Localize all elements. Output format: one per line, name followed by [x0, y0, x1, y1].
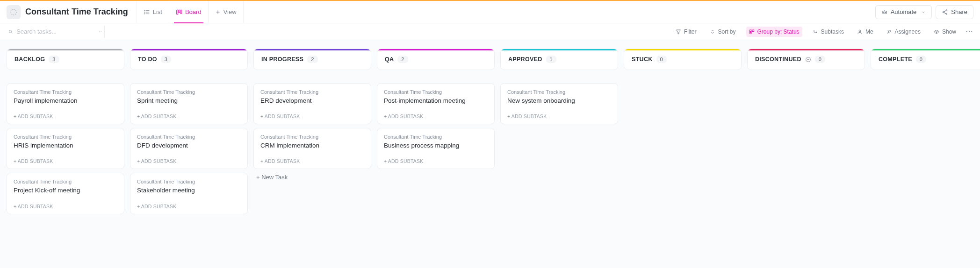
svg-point-4: [144, 10, 144, 10]
task-card[interactable]: Consultant Time TrackingNew system onboa…: [500, 83, 618, 124]
svg-point-27: [859, 30, 861, 32]
column-title: COMPLETE: [879, 56, 912, 63]
tab-board[interactable]: Board: [169, 1, 208, 23]
subtasks-control[interactable]: Subtasks: [810, 27, 847, 37]
me-control[interactable]: Me: [854, 27, 876, 37]
svg-point-29: [890, 30, 891, 32]
groupby-control[interactable]: Group by: Status: [746, 27, 802, 37]
view-tabs: List Board View: [137, 1, 244, 23]
column-header[interactable]: COMPLETE0: [871, 49, 980, 70]
column-count: 2: [307, 56, 317, 63]
svg-line-22: [11, 32, 12, 33]
column-header[interactable]: IN PROGRESS2: [253, 49, 371, 70]
svg-point-14: [885, 12, 886, 13]
new-task-button[interactable]: + New Task: [253, 169, 371, 185]
column-title: DISCONTINUED: [755, 56, 801, 63]
robot-icon: [881, 9, 888, 15]
subtasks-icon: [813, 29, 818, 35]
task-card[interactable]: Consultant Time TrackingHRIS implementat…: [7, 128, 124, 169]
add-subtask-button[interactable]: + ADD SUBTASK: [260, 158, 364, 164]
column-header[interactable]: TO DO3: [130, 49, 248, 70]
add-subtask-button[interactable]: + ADD SUBTASK: [137, 113, 241, 119]
column-header[interactable]: STUCK0: [624, 49, 742, 70]
page-title: Consultant Time Tracking: [25, 7, 128, 17]
sort-icon: [710, 29, 715, 35]
card-title: Business process mapping: [384, 141, 488, 150]
column-header[interactable]: APPROVED1: [500, 49, 618, 70]
card-project-label: Consultant Time Tracking: [384, 134, 488, 140]
cards-list: Consultant Time TrackingSprint meeting+ …: [130, 83, 248, 214]
search-icon: [8, 28, 13, 35]
add-subtask-button[interactable]: + ADD SUBTASK: [137, 204, 241, 209]
svg-point-5: [144, 12, 144, 12]
card-title: Stakeholder meeting: [137, 186, 241, 195]
list-icon-box: [7, 5, 21, 19]
column-accent: [624, 49, 741, 50]
add-subtask-button[interactable]: + ADD SUBTASK: [507, 113, 611, 119]
add-subtask-button[interactable]: + ADD SUBTASK: [137, 158, 241, 164]
tab-add-label: View: [223, 8, 237, 15]
sortby-control[interactable]: Sort by: [707, 27, 739, 37]
svg-line-19: [944, 10, 946, 12]
svg-point-0: [11, 9, 16, 15]
column-stuck: STUCK0: [624, 49, 742, 83]
column-accent: [748, 49, 865, 50]
list-view-icon: [144, 9, 150, 15]
add-subtask-button[interactable]: + ADD SUBTASK: [14, 113, 117, 119]
card-project-label: Consultant Time Tracking: [137, 179, 241, 184]
svg-rect-7: [177, 10, 178, 14]
task-card[interactable]: Consultant Time TrackingSprint meeting+ …: [130, 83, 248, 124]
task-card[interactable]: Consultant Time TrackingCRM implementati…: [253, 128, 371, 169]
assignees-control[interactable]: Assignees: [884, 27, 923, 37]
task-card[interactable]: Consultant Time TrackingProject Kick-off…: [7, 173, 124, 214]
column-header[interactable]: BACKLOG3: [7, 49, 124, 70]
column-title-row: QA2: [385, 56, 487, 63]
filter-label: Filter: [684, 28, 697, 35]
chevron-down-icon[interactable]: [99, 29, 102, 35]
card-title: Post-implementation meeting: [384, 97, 488, 105]
column-accent: [501, 49, 618, 50]
cards-list: Consultant Time TrackingNew system onboa…: [500, 83, 618, 124]
tab-list[interactable]: List: [137, 1, 169, 23]
task-card[interactable]: Consultant Time TrackingPayroll implemen…: [7, 83, 124, 124]
card-project-label: Consultant Time Tracking: [137, 89, 241, 95]
column-header[interactable]: DISCONTINUED0: [747, 49, 865, 70]
task-card[interactable]: Consultant Time TrackingPost-implementat…: [377, 83, 495, 124]
column-title: QA: [385, 56, 394, 63]
show-control[interactable]: Show: [931, 27, 959, 37]
filter-control[interactable]: Filter: [673, 27, 699, 37]
add-subtask-button[interactable]: + ADD SUBTASK: [384, 113, 488, 119]
search-input[interactable]: [16, 28, 95, 35]
board: BACKLOG3Consultant Time TrackingPayroll …: [0, 40, 980, 223]
column-count: 0: [815, 56, 825, 63]
task-card[interactable]: Consultant Time TrackingBusiness process…: [377, 128, 495, 169]
add-subtask-button[interactable]: + ADD SUBTASK: [14, 158, 117, 164]
svg-point-6: [144, 13, 144, 14]
groupby-label: Group by: Status: [757, 28, 800, 35]
share-button[interactable]: Share: [936, 5, 973, 19]
add-subtask-button[interactable]: + ADD SUBTASK: [14, 204, 117, 209]
svg-rect-25: [752, 30, 754, 32]
column-header[interactable]: QA2: [377, 49, 495, 70]
svg-point-28: [888, 30, 889, 31]
column-count: 2: [397, 56, 408, 63]
add-subtask-button[interactable]: + ADD SUBTASK: [260, 113, 364, 119]
sortby-label: Sort by: [718, 28, 736, 35]
task-card[interactable]: Consultant Time TrackingDFD development+…: [130, 128, 248, 169]
tab-add-view[interactable]: View: [208, 1, 244, 23]
chevron-down-icon: [921, 10, 926, 14]
column-title-row: TO DO3: [138, 56, 240, 63]
add-subtask-button[interactable]: + ADD SUBTASK: [384, 158, 488, 164]
search-wrap: [7, 26, 105, 38]
more-menu[interactable]: ⋯: [966, 27, 973, 36]
column-title: TO DO: [138, 56, 157, 63]
automate-button[interactable]: Automate: [875, 5, 932, 19]
svg-rect-8: [179, 10, 180, 13]
column-qa: QA2Consultant Time TrackingPost-implemen…: [377, 49, 495, 169]
task-card[interactable]: Consultant Time TrackingStakeholder meet…: [130, 173, 248, 214]
task-card[interactable]: Consultant Time TrackingERD development+…: [253, 83, 371, 124]
card-title: Project Kick-off meeting: [14, 186, 117, 195]
card-project-label: Consultant Time Tracking: [260, 134, 364, 140]
board-view-icon: [176, 9, 182, 15]
subbar: Filter Sort by Group by: Status Subtasks…: [0, 23, 980, 40]
